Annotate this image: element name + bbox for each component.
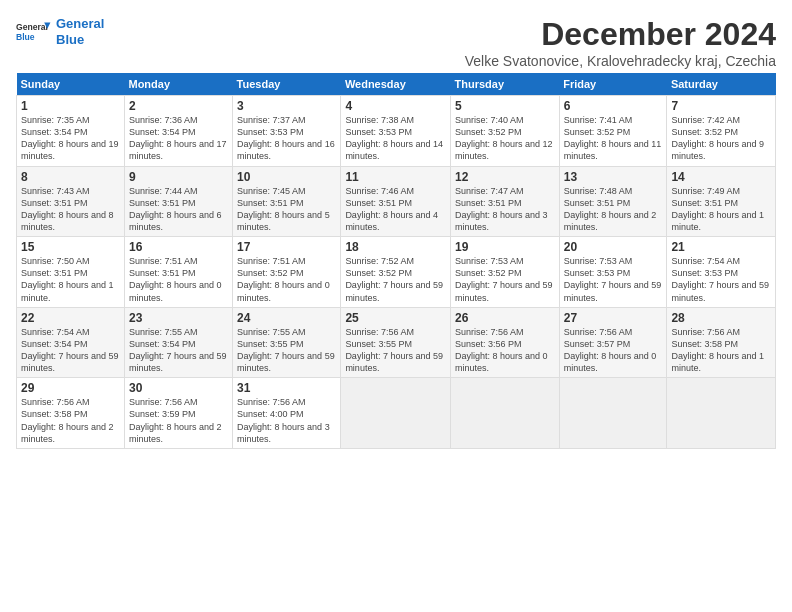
day-info: Sunrise: 7:35 AMSunset: 3:54 PMDaylight:… <box>21 114 120 163</box>
day-number: 14 <box>671 170 771 184</box>
calendar-cell: 25 Sunrise: 7:56 AMSunset: 3:55 PMDaylig… <box>341 307 451 378</box>
header: General Blue GeneralBlue December 2024 V… <box>16 16 776 69</box>
calendar-cell <box>667 378 776 449</box>
calendar-row: 1 Sunrise: 7:35 AMSunset: 3:54 PMDayligh… <box>17 96 776 167</box>
calendar-cell: 3 Sunrise: 7:37 AMSunset: 3:53 PMDayligh… <box>233 96 341 167</box>
day-header: Tuesday <box>233 73 341 96</box>
day-number: 17 <box>237 240 336 254</box>
day-info: Sunrise: 7:54 AMSunset: 3:54 PMDaylight:… <box>21 326 120 375</box>
main-title: December 2024 <box>465 16 776 53</box>
day-number: 31 <box>237 381 336 395</box>
day-header: Sunday <box>17 73 125 96</box>
day-number: 16 <box>129 240 228 254</box>
svg-text:General: General <box>16 22 48 32</box>
calendar-cell: 5 Sunrise: 7:40 AMSunset: 3:52 PMDayligh… <box>450 96 559 167</box>
logo: General Blue GeneralBlue <box>16 16 104 47</box>
day-info: Sunrise: 7:56 AMSunset: 3:55 PMDaylight:… <box>345 326 446 375</box>
calendar-cell: 2 Sunrise: 7:36 AMSunset: 3:54 PMDayligh… <box>124 96 232 167</box>
day-number: 21 <box>671 240 771 254</box>
calendar-row: 22 Sunrise: 7:54 AMSunset: 3:54 PMDaylig… <box>17 307 776 378</box>
logo-icon: General Blue <box>16 18 52 46</box>
day-number: 10 <box>237 170 336 184</box>
day-info: Sunrise: 7:56 AMSunset: 4:00 PMDaylight:… <box>237 396 336 445</box>
day-info: Sunrise: 7:37 AMSunset: 3:53 PMDaylight:… <box>237 114 336 163</box>
day-info: Sunrise: 7:51 AMSunset: 3:51 PMDaylight:… <box>129 255 228 304</box>
day-number: 9 <box>129 170 228 184</box>
svg-text:Blue: Blue <box>16 31 35 41</box>
day-info: Sunrise: 7:56 AMSunset: 3:59 PMDaylight:… <box>129 396 228 445</box>
calendar-cell: 28 Sunrise: 7:56 AMSunset: 3:58 PMDaylig… <box>667 307 776 378</box>
day-number: 24 <box>237 311 336 325</box>
day-header: Saturday <box>667 73 776 96</box>
day-header: Thursday <box>450 73 559 96</box>
calendar-cell: 8 Sunrise: 7:43 AMSunset: 3:51 PMDayligh… <box>17 166 125 237</box>
day-info: Sunrise: 7:46 AMSunset: 3:51 PMDaylight:… <box>345 185 446 234</box>
day-info: Sunrise: 7:54 AMSunset: 3:53 PMDaylight:… <box>671 255 771 304</box>
day-number: 2 <box>129 99 228 113</box>
day-info: Sunrise: 7:50 AMSunset: 3:51 PMDaylight:… <box>21 255 120 304</box>
day-info: Sunrise: 7:56 AMSunset: 3:58 PMDaylight:… <box>671 326 771 375</box>
calendar-cell: 7 Sunrise: 7:42 AMSunset: 3:52 PMDayligh… <box>667 96 776 167</box>
day-header: Monday <box>124 73 232 96</box>
day-number: 25 <box>345 311 446 325</box>
day-info: Sunrise: 7:56 AMSunset: 3:56 PMDaylight:… <box>455 326 555 375</box>
calendar-cell: 4 Sunrise: 7:38 AMSunset: 3:53 PMDayligh… <box>341 96 451 167</box>
day-number: 1 <box>21 99 120 113</box>
day-number: 23 <box>129 311 228 325</box>
day-number: 26 <box>455 311 555 325</box>
calendar-cell: 10 Sunrise: 7:45 AMSunset: 3:51 PMDaylig… <box>233 166 341 237</box>
day-number: 30 <box>129 381 228 395</box>
day-number: 12 <box>455 170 555 184</box>
calendar-cell: 22 Sunrise: 7:54 AMSunset: 3:54 PMDaylig… <box>17 307 125 378</box>
day-info: Sunrise: 7:41 AMSunset: 3:52 PMDaylight:… <box>564 114 663 163</box>
day-info: Sunrise: 7:49 AMSunset: 3:51 PMDaylight:… <box>671 185 771 234</box>
day-header: Wednesday <box>341 73 451 96</box>
day-info: Sunrise: 7:38 AMSunset: 3:53 PMDaylight:… <box>345 114 446 163</box>
day-info: Sunrise: 7:40 AMSunset: 3:52 PMDaylight:… <box>455 114 555 163</box>
calendar-cell: 11 Sunrise: 7:46 AMSunset: 3:51 PMDaylig… <box>341 166 451 237</box>
calendar-cell: 18 Sunrise: 7:52 AMSunset: 3:52 PMDaylig… <box>341 237 451 308</box>
day-number: 6 <box>564 99 663 113</box>
day-info: Sunrise: 7:55 AMSunset: 3:55 PMDaylight:… <box>237 326 336 375</box>
calendar-cell: 23 Sunrise: 7:55 AMSunset: 3:54 PMDaylig… <box>124 307 232 378</box>
title-area: December 2024 Velke Svatonovice, Kralove… <box>465 16 776 69</box>
calendar-cell: 24 Sunrise: 7:55 AMSunset: 3:55 PMDaylig… <box>233 307 341 378</box>
day-info: Sunrise: 7:53 AMSunset: 3:52 PMDaylight:… <box>455 255 555 304</box>
calendar-cell: 12 Sunrise: 7:47 AMSunset: 3:51 PMDaylig… <box>450 166 559 237</box>
day-number: 5 <box>455 99 555 113</box>
day-number: 29 <box>21 381 120 395</box>
calendar-cell: 21 Sunrise: 7:54 AMSunset: 3:53 PMDaylig… <box>667 237 776 308</box>
day-info: Sunrise: 7:53 AMSunset: 3:53 PMDaylight:… <box>564 255 663 304</box>
day-number: 27 <box>564 311 663 325</box>
calendar-cell: 20 Sunrise: 7:53 AMSunset: 3:53 PMDaylig… <box>559 237 667 308</box>
calendar-cell <box>559 378 667 449</box>
day-info: Sunrise: 7:55 AMSunset: 3:54 PMDaylight:… <box>129 326 228 375</box>
day-info: Sunrise: 7:44 AMSunset: 3:51 PMDaylight:… <box>129 185 228 234</box>
day-number: 19 <box>455 240 555 254</box>
calendar-cell: 29 Sunrise: 7:56 AMSunset: 3:58 PMDaylig… <box>17 378 125 449</box>
day-number: 22 <box>21 311 120 325</box>
day-info: Sunrise: 7:51 AMSunset: 3:52 PMDaylight:… <box>237 255 336 304</box>
day-number: 18 <box>345 240 446 254</box>
calendar-cell: 19 Sunrise: 7:53 AMSunset: 3:52 PMDaylig… <box>450 237 559 308</box>
day-header: Friday <box>559 73 667 96</box>
day-info: Sunrise: 7:36 AMSunset: 3:54 PMDaylight:… <box>129 114 228 163</box>
calendar-cell: 1 Sunrise: 7:35 AMSunset: 3:54 PMDayligh… <box>17 96 125 167</box>
subtitle: Velke Svatonovice, Kralovehradecky kraj,… <box>465 53 776 69</box>
calendar-cell: 15 Sunrise: 7:50 AMSunset: 3:51 PMDaylig… <box>17 237 125 308</box>
day-info: Sunrise: 7:56 AMSunset: 3:58 PMDaylight:… <box>21 396 120 445</box>
logo-text: GeneralBlue <box>56 16 104 47</box>
calendar-cell: 6 Sunrise: 7:41 AMSunset: 3:52 PMDayligh… <box>559 96 667 167</box>
day-number: 11 <box>345 170 446 184</box>
calendar-row: 29 Sunrise: 7:56 AMSunset: 3:58 PMDaylig… <box>17 378 776 449</box>
day-info: Sunrise: 7:42 AMSunset: 3:52 PMDaylight:… <box>671 114 771 163</box>
day-number: 20 <box>564 240 663 254</box>
calendar-cell: 14 Sunrise: 7:49 AMSunset: 3:51 PMDaylig… <box>667 166 776 237</box>
day-number: 4 <box>345 99 446 113</box>
calendar-row: 15 Sunrise: 7:50 AMSunset: 3:51 PMDaylig… <box>17 237 776 308</box>
day-info: Sunrise: 7:56 AMSunset: 3:57 PMDaylight:… <box>564 326 663 375</box>
calendar-cell: 9 Sunrise: 7:44 AMSunset: 3:51 PMDayligh… <box>124 166 232 237</box>
day-info: Sunrise: 7:52 AMSunset: 3:52 PMDaylight:… <box>345 255 446 304</box>
calendar-table: SundayMondayTuesdayWednesdayThursdayFrid… <box>16 73 776 449</box>
day-info: Sunrise: 7:47 AMSunset: 3:51 PMDaylight:… <box>455 185 555 234</box>
